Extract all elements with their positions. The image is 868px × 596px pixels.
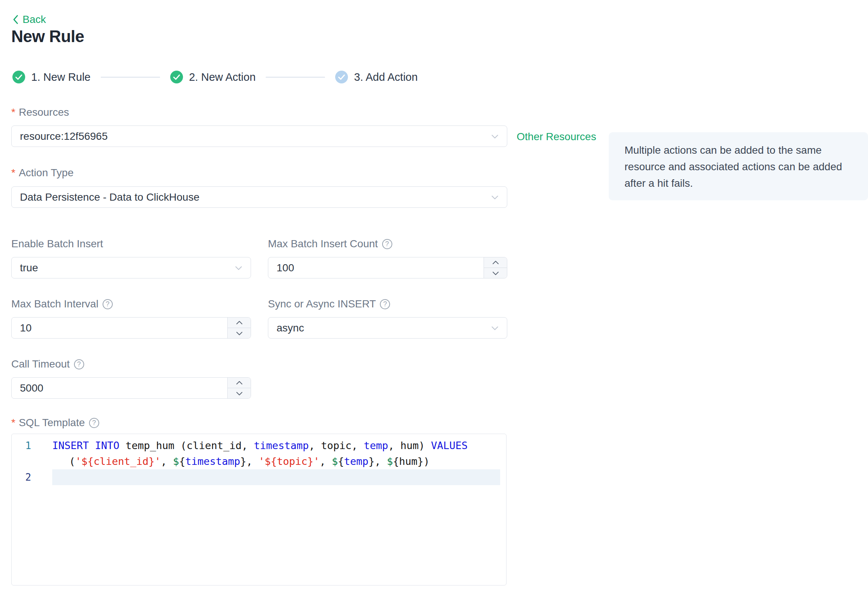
step-new-action: 2. New Action	[170, 71, 256, 83]
stepper-down-button[interactable]	[228, 388, 251, 398]
info-tip-box: Multiple actions can be added to the sam…	[609, 132, 868, 200]
step-1-label: 1. New Rule	[31, 71, 91, 83]
chevron-down-icon	[490, 323, 500, 333]
page-title: New Rule	[11, 27, 84, 46]
help-icon[interactable]: ?	[103, 299, 113, 309]
enable-batch-insert-value: true	[20, 262, 38, 274]
code-line: 2	[12, 469, 506, 485]
sync-or-async-insert-value: async	[277, 322, 304, 334]
max-batch-insert-count-label: Max Batch Insert Count ?	[268, 238, 392, 250]
step-3-check-icon	[335, 71, 348, 83]
step-connector	[266, 77, 325, 78]
line-number	[12, 454, 31, 469]
stepper-up-button[interactable]	[484, 257, 507, 268]
resources-label: * Resources	[11, 106, 69, 118]
line-number: 2	[12, 469, 31, 485]
code-text: INSERT INTO temp_hum (client_id, timesta…	[52, 438, 500, 454]
help-icon[interactable]: ?	[74, 359, 84, 369]
resources-select[interactable]: resource:12f56965	[11, 126, 507, 147]
step-new-rule: 1. New Rule	[12, 71, 91, 83]
step-3-label: 3. Add Action	[354, 71, 417, 83]
call-timeout-label: Call Timeout ?	[11, 358, 84, 370]
help-icon[interactable]: ?	[382, 239, 392, 249]
chevron-down-icon	[490, 192, 500, 203]
sync-or-async-insert-select[interactable]: async	[268, 317, 507, 339]
enable-batch-insert-select[interactable]: true	[11, 257, 251, 278]
action-type-select[interactable]: Data Persistence - Data to ClickHouse	[11, 186, 507, 208]
chevron-down-icon	[233, 263, 244, 273]
required-mark: *	[11, 106, 15, 118]
max-batch-insert-count-field	[268, 257, 507, 278]
enable-batch-insert-label: Enable Batch Insert	[11, 238, 103, 250]
line-number: 1	[12, 438, 31, 454]
sql-template-label: * SQL Template ?	[11, 417, 99, 429]
chevron-down-icon	[490, 131, 500, 142]
step-add-action: 3. Add Action	[335, 71, 417, 83]
code-line: 1INSERT INTO temp_hum (client_id, timest…	[12, 438, 506, 454]
required-mark: *	[11, 417, 15, 429]
resources-select-value: resource:12f56965	[20, 130, 108, 142]
back-chevron-icon	[12, 15, 18, 24]
step-connector	[101, 77, 160, 78]
max-batch-interval-label: Max Batch Interval ?	[11, 298, 113, 310]
max-batch-interval-input[interactable]	[20, 322, 221, 334]
back-button[interactable]: Back	[12, 14, 46, 26]
help-icon[interactable]: ?	[89, 418, 99, 428]
number-stepper	[227, 318, 251, 338]
sync-or-async-insert-label: Sync or Async INSERT ?	[268, 298, 390, 310]
call-timeout-input[interactable]	[20, 382, 221, 394]
help-icon[interactable]: ?	[380, 299, 390, 309]
code-line: ('${client_id}', ${timestamp}, '${topic}…	[12, 454, 506, 469]
required-mark: *	[11, 167, 15, 179]
max-batch-interval-field	[11, 317, 251, 339]
step-1-check-icon	[12, 71, 25, 83]
step-2-check-icon	[170, 71, 183, 83]
action-type-select-value: Data Persistence - Data to ClickHouse	[20, 191, 200, 203]
code-text	[52, 469, 500, 485]
other-resources-link[interactable]: Other Resources	[517, 131, 596, 143]
action-type-label: * Action Type	[11, 167, 74, 179]
info-tip-text: Multiple actions can be added to the sam…	[625, 144, 842, 189]
stepper-down-button[interactable]	[228, 328, 251, 338]
sql-editor[interactable]: 1INSERT INTO temp_hum (client_id, timest…	[11, 434, 507, 585]
stepper-down-button[interactable]	[484, 268, 507, 278]
code-text: ('${client_id}', ${timestamp}, '${topic}…	[52, 454, 500, 469]
number-stepper	[484, 257, 507, 278]
number-stepper	[227, 378, 251, 398]
stepper-up-button[interactable]	[228, 318, 251, 328]
back-label: Back	[23, 14, 46, 26]
stepper-up-button[interactable]	[228, 378, 251, 388]
call-timeout-field	[11, 377, 251, 399]
max-batch-insert-count-input[interactable]	[277, 262, 477, 274]
step-2-label: 2. New Action	[189, 71, 256, 83]
step-wizard: 1. New Rule 2. New Action 3. Add Action	[12, 71, 418, 83]
